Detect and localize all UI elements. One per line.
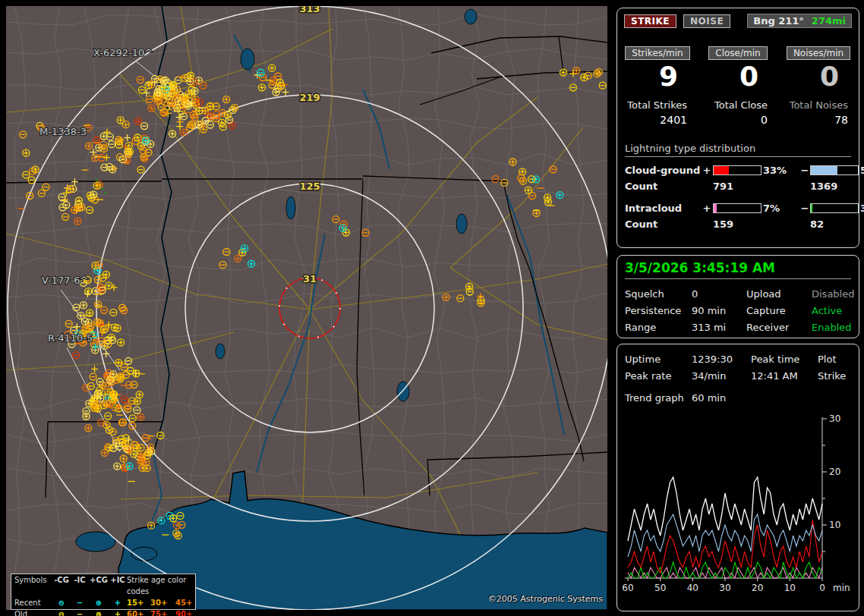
noises-per-min-chip: Noises/min [787,46,850,60]
legend-age-header: Strike age color codes [127,574,200,597]
legend-ic-plus-header: +IC [109,574,127,597]
ic-minus-pct: 3% [860,203,864,214]
recent-cg-minus-icon: ⊖ [52,597,71,608]
lightning-map[interactable]: 31321912531X-6292-10^M-1338-3V-177-6^R-4… [6,6,607,610]
persistence-value: 90 min [692,305,746,316]
session-panel: Uptime 1239:30 Peak time Plot Peak rate … [616,344,859,611]
legend-old-label: Old [14,608,52,616]
bearing-readout: Bng 211°274mi [747,14,852,28]
svg-text:10: 10 [784,583,796,593]
recent-ic-minus-icon: − [71,597,89,608]
upload-label: Upload [746,288,812,300]
plot-label: Plot [818,354,859,365]
legend-header-row: Symbols -CG -IC +CG +IC Strike age color… [11,574,195,597]
svg-text:min: min [833,583,850,593]
range-ring-label: 313 [299,6,320,14]
svg-text:20: 20 [752,583,763,593]
cg-minus-pct: 57% [860,165,864,176]
old-ic-plus-icon: + [109,608,127,616]
trend-graph-value: 60 min [692,392,859,404]
strikes-per-min-value: 9 [617,61,698,92]
peak-rate-value: 34/min [692,370,751,382]
squelch-value: 0 [692,288,746,300]
copyright-text: ©2005 Astrogenic Systems [488,594,603,604]
strike-mode-button[interactable]: STRIKE [624,14,676,28]
svg-text:60: 60 [622,583,633,593]
squelch-label: Squelch [625,288,692,300]
close-ring-label: 31 [303,273,317,284]
nexstorm-app-window: 31321912531X-6292-10^M-1338-3V-177-6^R-4… [0,0,864,616]
intracloud-label: Intracloud [625,203,701,214]
distribution-title: Lightning type distribution [625,143,851,157]
legend-recent-label: Recent [14,597,52,608]
cg-plus-pct: 33% [763,165,799,176]
plus-sign: + [701,165,713,176]
minus-sign: − [799,165,810,176]
old-cg-plus-icon: ⊕ [89,608,109,616]
uptime-value: 1239:30 [692,354,751,365]
cg-count-label: Count [625,181,701,192]
cloud-ground-label: Cloud-ground [625,165,701,176]
total-strikes-label: Total Strikes [617,99,698,111]
cg-plus-bar [713,165,762,175]
map-legend: Symbols -CG -IC +CG +IC Strike age color… [11,574,196,610]
storm-cell-label: V-177-6^ [42,275,89,286]
storm-cell-label: R-4110-5 [48,332,93,344]
ic-plus-bar [713,203,762,213]
capture-status: Active [812,305,859,316]
total-close-label: Total Close [698,99,778,111]
cg-minus-bar [810,165,859,175]
age-code-45: 45+ [175,597,200,608]
peak-time-value: 12:41 AM [751,370,818,382]
cg-plus-count: 791 [713,181,763,192]
legend-old-row: Old ⊖ − ⊕ + 60+ 75+ 90+ [11,608,195,616]
svg-text:50: 50 [654,583,666,593]
capture-label: Capture [746,305,812,316]
svg-text:40: 40 [687,583,698,593]
old-ic-minus-icon: − [71,608,89,616]
bearing-distance: 274mi [812,15,846,27]
persistence-label: Persistence [625,305,692,316]
upload-status: Disabled [812,288,859,300]
ic-count-label: Count [625,218,701,230]
status-panel: 3/5/2026 3:45:19 AM Squelch 0 Upload Dis… [616,255,859,338]
strikes-per-min-chip: Strikes/min [625,46,689,60]
noises-per-min-value: 0 [778,61,859,92]
close-per-min-value: 0 [698,61,778,92]
recent-cg-plus-icon: ⊕ [89,597,109,608]
trend-graph-chart: 1020306050403020100min [617,405,857,599]
strike-stats-panel: STRIKE NOISE Bng 211°274mi Strikes/min C… [616,8,859,248]
total-noises-value: 78 [778,114,859,126]
legend-symbols-header: Symbols [14,574,52,597]
peak-rate-label: Peak rate [625,370,692,382]
age-code-30: 30+ [150,597,175,608]
receiver-label: Receiver [746,322,812,333]
legend-ic-minus-header: -IC [71,574,89,597]
svg-text:30: 30 [719,583,730,593]
age-code-60: 60+ [127,608,150,616]
legend-cg-plus-header: +CG [89,574,109,597]
bearing-value: Bng 211° [753,15,804,27]
plot-value: Strike [818,370,859,382]
ic-minus-bar [810,203,859,213]
recent-ic-plus-icon: + [109,597,127,608]
storm-cell-label: M-1338-3 [39,126,87,137]
receiver-status: Enabled [812,322,859,333]
age-code-15: 15+ [127,597,150,608]
ic-minus-count: 82 [810,218,860,230]
svg-text:10: 10 [829,520,840,530]
noise-mode-button[interactable]: NOISE [683,14,730,28]
age-code-90: 90+ [175,608,200,616]
svg-text:30: 30 [829,413,840,424]
uptime-label: Uptime [625,354,692,365]
close-per-min-chip: Close/min [708,46,767,60]
total-strikes-value: 2401 [617,114,698,126]
trend-graph-label: Trend graph [625,392,692,404]
map-canvas[interactable]: 31321912531X-6292-10^M-1338-3V-177-6^R-4… [6,6,607,610]
age-code-75: 75+ [150,608,175,616]
total-noises-label: Total Noises [778,99,859,111]
range-ring-label: 125 [299,181,320,192]
legend-cg-minus-header: -CG [52,574,71,597]
total-close-value: 0 [698,114,778,126]
old-cg-minus-icon: ⊖ [52,608,71,616]
